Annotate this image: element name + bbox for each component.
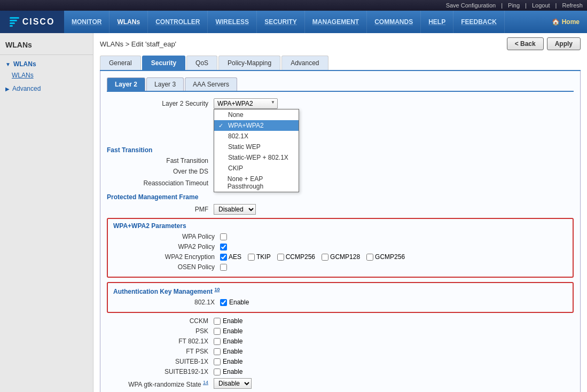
nav-security[interactable]: SECURITY <box>257 11 305 33</box>
osen-row: OSEN Policy <box>113 263 567 271</box>
dropdown-item-wpa-wpa2[interactable]: ✓ WPA+WPA2 <box>214 120 299 131</box>
topbar-right: Save Configuration | Ping | Logout | Ref… <box>446 2 583 9</box>
save-config-link[interactable]: Save Configuration <box>446 2 496 9</box>
back-button[interactable]: < Back <box>507 37 544 50</box>
wpa2-policy-label: WPA2 Policy <box>113 243 220 250</box>
dropdown-item-none[interactable]: None <box>214 109 299 120</box>
auth-ft8021x-row: FT 802.1X Enable <box>107 338 574 345</box>
sidebar-wlans-section: ▼ WLANs WLANs <box>0 58 93 81</box>
dropdown-item-8021x[interactable]: 802.1X <box>214 131 299 142</box>
dropdown-item-none-eap[interactable]: None + EAP Passthrough <box>214 174 299 192</box>
gtk-footnote-link[interactable]: 14 <box>203 380 208 385</box>
enc-aes: AES <box>220 253 241 261</box>
auth-suiteb1x-checkbox[interactable] <box>214 358 221 365</box>
enc-gcmp128-checkbox[interactable] <box>322 254 328 261</box>
sidebar-wlans-header[interactable]: ▼ WLANs <box>0 58 93 70</box>
page-wrap: WLANs ▼ WLANs WLANs ▶ Advanced WLANs > E… <box>0 33 587 392</box>
auth-key-header: Authentication Key Management 10 <box>113 286 567 295</box>
cisco-bars-icon <box>10 17 19 27</box>
enc-aes-checkbox[interactable] <box>220 254 227 261</box>
inner-tab-bar: Layer 2 Layer 3 AAA Servers <box>107 77 574 92</box>
auth-psk-row: PSK Enable <box>107 327 574 335</box>
sidebar-item-wlans[interactable]: WLANs <box>0 70 93 81</box>
page-header: WLANs > Edit 'staff_eap' < Back Apply <box>100 37 581 50</box>
wpa-params-section: WPA+WPA2 Parameters WPA Policy WPA2 Poli… <box>107 218 574 278</box>
auth-8021x-check: Enable <box>220 299 249 306</box>
enc-tkip-checkbox[interactable] <box>248 254 255 261</box>
auth-cckm-check: Enable <box>214 317 242 325</box>
osen-checkbox[interactable] <box>220 264 227 271</box>
layer2-security-dropdown[interactable]: WPA+WPA2 <box>214 98 278 109</box>
auth-suiteb1x-label: SUITEB-1X <box>107 358 214 365</box>
nav-commands[interactable]: COMMANDS <box>367 11 421 33</box>
auth-psk-label: PSK <box>107 327 214 335</box>
sidebar-title: WLANs <box>0 37 93 55</box>
selected-checkmark-icon: ✓ <box>218 122 226 129</box>
nav-wlans[interactable]: WLANs <box>109 11 148 33</box>
auth-suiteb1x-check: Enable <box>214 358 242 365</box>
auth-suiteb192-checkbox[interactable] <box>214 369 221 375</box>
fast-transition-section: Fast Transition Fast Transition Over the… <box>107 146 574 188</box>
auth-8021x-checkbox[interactable] <box>220 299 227 306</box>
tab-security[interactable]: Security <box>142 56 185 70</box>
tab-advanced[interactable]: Advanced <box>281 56 328 70</box>
tab-policy-mapping[interactable]: Policy-Mapping <box>218 56 280 70</box>
enc-gcmp256-checkbox[interactable] <box>366 254 373 261</box>
wpa2-policy-checkbox[interactable] <box>220 244 227 250</box>
cisco-logo: CISCO <box>0 11 64 33</box>
pmf-select[interactable]: Disabled Optional Required <box>214 204 256 215</box>
auth-cckm-label: CCKM <box>107 317 214 325</box>
wpa-params-header: WPA+WPA2 Parameters <box>113 222 567 230</box>
layer2-security-dropdown-wrap: WPA+WPA2 None ✓ WPA+WPA2 80 <box>214 98 278 109</box>
nav-help[interactable]: HELP <box>421 11 453 33</box>
ft-row: Fast Transition <box>107 157 574 164</box>
wpa-policy-row: WPA Policy <box>113 233 567 240</box>
dropdown-item-static-wep-8021x[interactable]: Static-WEP + 802.1X <box>214 152 299 163</box>
dropdown-item-ckip[interactable]: CKIP <box>214 163 299 174</box>
nav-controller[interactable]: CONTROLLER <box>148 11 208 33</box>
expand-triangle-icon: ▼ <box>5 61 11 67</box>
nav-feedback[interactable]: FEEDBACK <box>453 11 505 33</box>
tab-layer2[interactable]: Layer 2 <box>107 77 145 91</box>
gtk-select[interactable]: Disable Enable <box>214 378 252 389</box>
tab-general[interactable]: General <box>100 56 141 70</box>
pmf-row: PMF Disabled Optional Required <box>107 204 574 215</box>
auth-key-footnote-link[interactable]: 10 <box>214 287 220 292</box>
auth-psk-checkbox[interactable] <box>214 328 221 335</box>
auth-ftpsk-label: FT PSK <box>107 348 214 355</box>
apply-button[interactable]: Apply <box>547 37 581 50</box>
tab-aaa[interactable]: AAA Servers <box>185 77 237 91</box>
ping-link[interactable]: Ping <box>508 2 520 9</box>
wpa-policy-label: WPA Policy <box>113 233 220 240</box>
sidebar-advanced[interactable]: ▶ Advanced <box>0 83 93 95</box>
logout-link[interactable]: Logout <box>532 2 550 9</box>
auth-ft8021x-checkbox[interactable] <box>214 338 221 345</box>
auth-psk-check: Enable <box>214 327 242 335</box>
auth-ft8021x-check: Enable <box>214 338 242 345</box>
nav-monitor[interactable]: MONITOR <box>64 11 109 33</box>
wpa-policy-checkbox[interactable] <box>220 233 227 240</box>
auth-suiteb1x-row: SUITEB-1X Enable <box>107 358 574 365</box>
auth-suiteb192-label: SUITEB192-1X <box>107 368 214 375</box>
refresh-link[interactable]: Refresh <box>562 2 583 9</box>
enc-tkip: TKIP <box>248 253 271 261</box>
nav-wireless[interactable]: WIRELESS <box>208 11 257 33</box>
home-link[interactable]: Home <box>544 18 587 26</box>
enc-gcmp256: GCMP256 <box>366 253 405 261</box>
wpa2-enc-label: WPA2 Encryption <box>113 253 220 261</box>
over-ds-row: Over the DS <box>107 168 574 175</box>
nav-management[interactable]: MANAGEMENT <box>305 11 367 33</box>
auth-suiteb192-row: SUITEB192-1X Enable <box>107 368 574 375</box>
tab-qos[interactable]: QoS <box>186 56 217 70</box>
tab-layer3[interactable]: Layer 3 <box>146 77 184 91</box>
auth-ftpsk-checkbox[interactable] <box>214 348 221 355</box>
wpa2-enc-row: WPA2 Encryption AES TKIP CCMP256 <box>113 253 567 261</box>
dropdown-item-static-wep[interactable]: Static WEP <box>214 142 299 152</box>
content-panel: Layer 2 Layer 3 AAA Servers Layer 2 Secu… <box>100 71 581 392</box>
enc-ccmp256-checkbox[interactable] <box>277 254 284 261</box>
over-ds-label: Over the DS <box>107 168 214 175</box>
auth-cckm-checkbox[interactable] <box>214 318 221 325</box>
auth-8021x-row: 802.1X Enable <box>113 299 567 306</box>
main-content: WLANs > Edit 'staff_eap' < Back Apply Ge… <box>93 33 587 392</box>
reassoc-row: Reassociation Timeout Seconds <box>107 178 574 188</box>
